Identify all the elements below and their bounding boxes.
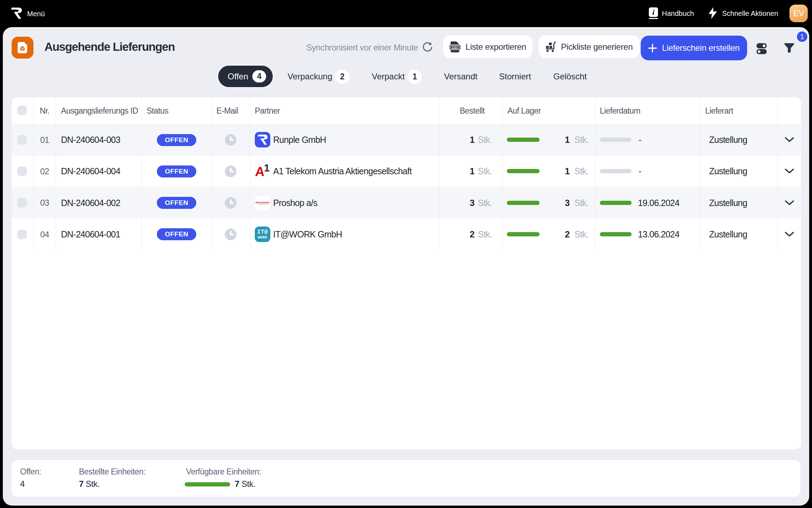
svg-text:CSV: CSV [452, 46, 458, 49]
svg-text:i: i [652, 8, 655, 17]
